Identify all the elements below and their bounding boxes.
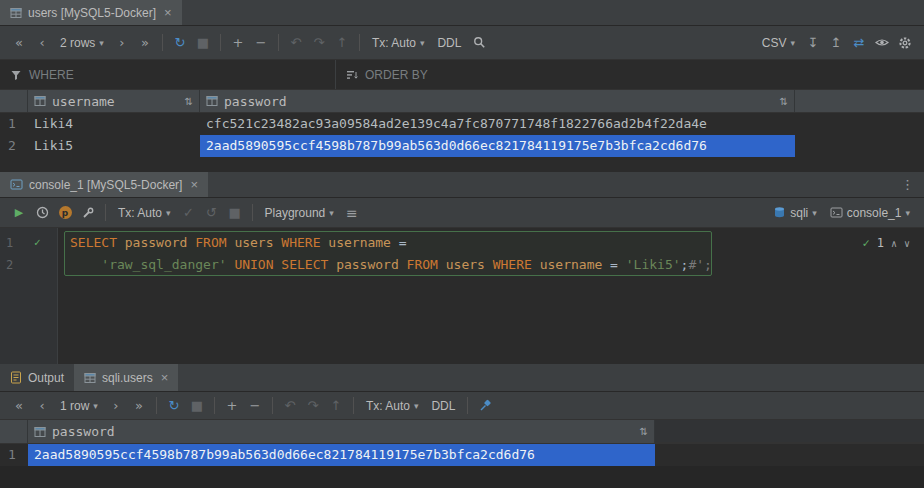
tx-mode-dropdown[interactable]: Tx: Auto ▾ <box>360 395 425 417</box>
previous-page-button[interactable]: ‹ <box>31 395 53 417</box>
submit-button[interactable]: ↑ <box>331 32 353 54</box>
close-icon[interactable]: × <box>164 5 172 20</box>
parameters-icon: p <box>59 206 72 219</box>
refresh-button[interactable]: ↻ <box>169 32 191 54</box>
grid-filter-row: WHERE ORDER BY <box>0 60 924 90</box>
tab-sqli-users-result[interactable]: sqli.users × <box>74 364 178 391</box>
column-header-password[interactable]: password ⇅ <box>28 420 655 443</box>
row-filler <box>655 444 924 466</box>
rollback-button[interactable]: ↺ <box>201 202 223 224</box>
last-page-button[interactable]: » <box>134 32 156 54</box>
tx-mode-dropdown[interactable]: Tx: Auto ▾ <box>112 202 177 224</box>
row-number[interactable]: 1 <box>0 444 28 466</box>
compare-data-button[interactable]: ⇄ <box>848 32 870 54</box>
console-icon <box>10 178 23 191</box>
code-line[interactable]: SELECT password FROM users WHERE usernam… <box>70 232 924 254</box>
parameters-button[interactable]: p <box>54 202 76 224</box>
chevron-down-icon: ▾ <box>812 208 817 218</box>
grid-empty-space <box>0 157 924 172</box>
first-page-button[interactable]: « <box>8 32 30 54</box>
chevron-down-icon: ▾ <box>166 208 171 218</box>
undo-button[interactable]: ↶ <box>285 32 307 54</box>
where-filter-field[interactable]: WHERE <box>0 60 336 89</box>
chevron-down-icon: ▾ <box>420 38 425 48</box>
export-data-button[interactable]: ↧ <box>802 32 824 54</box>
submit-button[interactable]: ↑ <box>325 395 347 417</box>
gear-icon <box>898 36 912 50</box>
export-format-dropdown[interactable]: CSV ▾ <box>756 32 801 54</box>
stop-button[interactable]: ■ <box>192 32 214 54</box>
sort-icon[interactable]: ⇅ <box>640 426 648 437</box>
redo-button[interactable]: ↷ <box>302 395 324 417</box>
code-area[interactable]: SELECT password FROM users WHERE usernam… <box>70 228 924 276</box>
sort-icon[interactable]: ⇅ <box>185 96 193 107</box>
import-data-button[interactable]: ↥ <box>825 32 847 54</box>
previous-page-button[interactable]: ‹ <box>31 32 53 54</box>
row-number[interactable]: 1 <box>0 113 28 135</box>
page-size-dropdown[interactable]: 2 rows ▾ <box>54 32 110 54</box>
stop-button[interactable]: ■ <box>186 395 208 417</box>
commit-button[interactable]: ✓ <box>178 202 200 224</box>
pin-tab-button[interactable] <box>474 395 496 417</box>
cell-password-selected[interactable]: 2aad5890595ccf4598b787b99ab563d0d66ec821… <box>28 444 655 466</box>
header-filler <box>655 420 924 443</box>
cell-username[interactable]: Liki4 <box>28 113 200 135</box>
next-page-button[interactable]: › <box>105 395 127 417</box>
execution-result-navigator: ✓ 1 ∧ ∨ <box>862 236 910 250</box>
gutter-line: 1 ✓ <box>0 232 57 254</box>
tx-mode-dropdown[interactable]: Tx: Auto ▾ <box>366 32 431 54</box>
redo-button[interactable]: ↷ <box>308 32 330 54</box>
query-history-button[interactable] <box>31 202 53 224</box>
console-switcher[interactable]: console_1 ▾ <box>824 202 916 224</box>
editor-gutter: 1 ✓ 2 <box>0 228 58 364</box>
add-row-button[interactable]: + <box>221 395 243 417</box>
statement-success-icon: ✓ <box>34 232 41 254</box>
sql-editor[interactable]: 1 ✓ 2 SELECT password FROM users WHERE u… <box>0 228 924 364</box>
delete-row-button[interactable]: − <box>244 395 266 417</box>
search-button[interactable] <box>468 32 490 54</box>
tab-users-table[interactable]: users [MySQL5-Docker] × <box>0 0 182 25</box>
cell-password-selected[interactable]: 2aad5890595ccf4598b787b99ab563d0d66ec821… <box>200 135 795 157</box>
row-number-header <box>0 90 28 112</box>
page-size-dropdown[interactable]: 1 row ▾ <box>54 395 104 417</box>
cell-username[interactable]: Liki5 <box>28 135 200 157</box>
sort-icon[interactable]: ⇅ <box>780 96 788 107</box>
first-page-button[interactable]: « <box>8 395 30 417</box>
tab-console-1[interactable]: console_1 [MySQL5-Docker] × <box>0 172 208 197</box>
settings-button[interactable] <box>894 32 916 54</box>
playground-dropdown[interactable]: Playground ▾ <box>259 202 340 224</box>
last-page-button[interactable]: » <box>128 395 150 417</box>
cell-password[interactable]: cfc521c23482ac93a09584ad2e139c4a7fc87077… <box>200 113 795 135</box>
divider <box>162 34 163 51</box>
chevron-down-icon: ▾ <box>329 208 334 218</box>
close-icon[interactable]: × <box>190 177 198 192</box>
table-row: 1 Liki4 cfc521c23482ac93a09584ad2e139c4a… <box>0 113 924 135</box>
tab-output[interactable]: Output <box>0 364 74 391</box>
output-layout-button[interactable]: ≡ <box>341 202 363 224</box>
more-options-icon[interactable]: ⋮ <box>891 177 924 192</box>
cancel-query-button[interactable]: ■ <box>224 202 246 224</box>
add-row-button[interactable]: + <box>227 32 249 54</box>
next-result-icon[interactable]: ∨ <box>904 238 910 249</box>
order-by-icon <box>346 69 358 81</box>
schema-switcher[interactable]: sqli ▾ <box>767 202 823 224</box>
close-icon[interactable]: × <box>161 370 169 385</box>
chevron-down-icon: ▾ <box>905 208 910 218</box>
divider <box>278 34 279 51</box>
code-line[interactable]: 'raw_sql_danger' UNION SELECT password F… <box>70 254 924 276</box>
tab-title: users [MySQL5-Docker] <box>28 6 156 20</box>
console-settings-button[interactable] <box>77 202 99 224</box>
undo-button[interactable]: ↶ <box>279 395 301 417</box>
column-header-username[interactable]: username ⇅ <box>28 90 200 112</box>
execute-button[interactable]: ▶ <box>8 202 30 224</box>
view-options-button[interactable] <box>871 32 893 54</box>
order-by-field[interactable]: ORDER BY <box>336 60 438 89</box>
next-page-button[interactable]: › <box>111 32 133 54</box>
column-header-password[interactable]: password ⇅ <box>200 90 795 112</box>
ddl-button[interactable]: DDL <box>425 395 461 417</box>
ddl-button[interactable]: DDL <box>431 32 467 54</box>
refresh-button[interactable]: ↻ <box>163 395 185 417</box>
previous-result-icon[interactable]: ∧ <box>891 238 897 249</box>
delete-row-button[interactable]: − <box>250 32 272 54</box>
row-number[interactable]: 2 <box>0 135 28 157</box>
